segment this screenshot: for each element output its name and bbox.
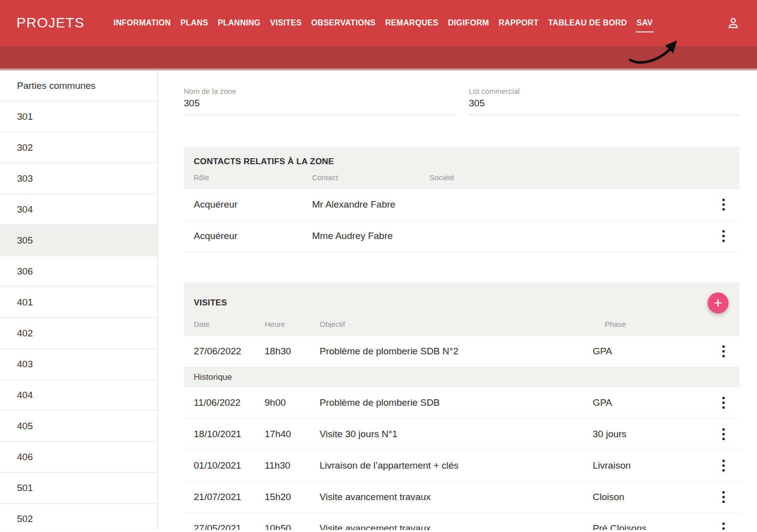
visit-row: 27/05/2021 10h50 Visite avancement trava… — [184, 513, 740, 530]
contact-name-cell: Mr Alexandre Fabre — [312, 199, 429, 210]
app-header: PROJETS INFORMATION PLANS PLANNING VISIT… — [0, 0, 757, 46]
contact-name-cell: Mme Audrey Fabre — [312, 231, 429, 242]
visit-phase-cell: Cloison — [593, 492, 718, 503]
sidebar-item-406[interactable]: 406 — [0, 442, 157, 473]
sidebar-item-306[interactable]: 306 — [0, 256, 157, 287]
nav-tab-information[interactable]: INFORMATION — [113, 18, 171, 27]
kebab-icon — [722, 198, 725, 211]
header-subbar — [0, 46, 757, 70]
visit-objectif-cell: Visite 30 jours N°1 — [320, 429, 593, 440]
nav-tab-plans[interactable]: PLANS — [180, 18, 208, 27]
visites-column-headers: Date Heure Objectif Phase — [194, 320, 730, 328]
visit-row-menu-button[interactable] — [718, 428, 730, 441]
sidebar-item-401[interactable]: 401 — [0, 287, 157, 318]
visit-heure-cell: 15h20 — [265, 492, 320, 503]
visit-row: 11/06/2022 9h00 Problème de plomberie SD… — [184, 387, 740, 419]
account-button[interactable] — [727, 16, 740, 30]
kebab-icon — [722, 345, 725, 358]
sidebar-item-403[interactable]: 403 — [0, 349, 157, 380]
sidebar-item-302[interactable]: 302 — [0, 132, 157, 163]
visit-date-cell: 27/05/2021 — [194, 523, 265, 530]
sidebar-item-303[interactable]: 303 — [0, 163, 157, 194]
visit-objectif-cell: Livraison de l’appartement + clés — [320, 460, 593, 471]
sidebar-item-404[interactable]: 404 — [0, 380, 157, 411]
contacts-column-headers: Rôle Contact Société — [194, 173, 730, 182]
sidebar-item-502[interactable]: 502 — [0, 504, 157, 532]
nav-tab-visites[interactable]: VISITES — [270, 18, 302, 27]
visit-row-menu-button[interactable] — [718, 459, 730, 472]
visit-objectif-cell: Problème de plomberie SDB — [320, 397, 593, 408]
contacts-title: CONTACTS RELATIFS À LA ZONE — [194, 157, 730, 167]
history-subheader: Historique — [184, 367, 740, 387]
visit-heure-cell: 11h30 — [265, 460, 320, 471]
visit-objectif-cell: Visite avancement travaux — [320, 523, 593, 530]
nav-tab-tableau-de-bord[interactable]: TABLEAU DE BORD — [548, 18, 627, 27]
visit-date-cell: 11/06/2022 — [194, 397, 265, 408]
visit-phase-cell: 30 jours — [593, 429, 718, 440]
nom-zone-field[interactable]: Nom de la zone 305 — [184, 87, 454, 115]
kebab-icon — [722, 428, 725, 441]
nav-tab-digiform[interactable]: DIGIFORM — [448, 18, 489, 27]
visit-row: 01/10/2021 11h30 Livraison de l’appartem… — [184, 450, 740, 482]
sidebar-item-304[interactable]: 304 — [0, 194, 157, 225]
visit-phase-cell: GPA — [593, 397, 718, 408]
visites-title: VISITES — [194, 298, 227, 308]
visit-heure-cell: 9h00 — [265, 397, 320, 408]
lot-commercial-value: 305 — [469, 98, 740, 109]
visit-objectif-cell: Visite avancement travaux — [320, 492, 593, 503]
zone-sidebar: Parties communes 301 302 303 304 305 306… — [0, 70, 158, 530]
column-contact: Contact — [312, 173, 429, 182]
contact-row-menu-button[interactable] — [718, 230, 730, 243]
sidebar-item-405[interactable]: 405 — [0, 411, 157, 442]
sidebar-item-402[interactable]: 402 — [0, 318, 157, 349]
kebab-icon — [722, 491, 725, 504]
add-visite-button[interactable]: + — [708, 292, 729, 313]
visit-date-cell: 01/10/2021 — [194, 460, 265, 471]
visites-header-top: VISITES + — [194, 292, 730, 313]
nom-zone-value: 305 — [184, 98, 454, 109]
sidebar-item-parties-communes[interactable]: Parties communes — [0, 70, 157, 101]
visit-date-cell: 27/06/2022 — [194, 346, 265, 357]
nav-tab-rapport[interactable]: RAPPORT — [498, 18, 538, 27]
visit-heure-cell: 18h30 — [265, 346, 320, 357]
visit-date-cell: 21/07/2021 — [194, 492, 265, 503]
nav-tab-sav[interactable]: SAV — [637, 18, 653, 27]
visit-objectif-cell: Problème de plomberie SDB N°2 — [320, 346, 593, 357]
kebab-icon — [722, 230, 725, 243]
nav-tab-observations[interactable]: OBSERVATIONS — [311, 18, 376, 27]
visit-row-menu-button[interactable] — [718, 345, 730, 358]
contact-role-cell: Acquéreur — [194, 231, 312, 242]
contacts-header: CONTACTS RELATIFS À LA ZONE Rôle Contact… — [184, 147, 740, 189]
column-objectif: Objectif — [320, 320, 605, 328]
contact-row-menu-button[interactable] — [718, 198, 730, 211]
kebab-icon — [722, 396, 725, 409]
visit-row-menu-button[interactable] — [718, 491, 730, 504]
visit-row: 21/07/2021 15h20 Visite avancement trava… — [184, 482, 740, 513]
sidebar-item-501[interactable]: 501 — [0, 473, 157, 504]
nav-tab-remarques[interactable]: REMARQUES — [385, 18, 438, 27]
person-icon — [727, 16, 740, 30]
visit-heure-cell: 10h50 — [265, 523, 320, 530]
visit-row: 18/10/2021 17h40 Visite 30 jours N°1 30 … — [184, 419, 740, 450]
column-date: Date — [194, 320, 265, 328]
visit-row: 27/06/2022 18h30 Problème de plomberie S… — [184, 336, 740, 367]
contact-row: Acquéreur Mr Alexandre Fabre — [184, 189, 740, 221]
contact-row: Acquéreur Mme Audrey Fabre — [184, 221, 740, 252]
app-body: Parties communes 301 302 303 304 305 306… — [0, 70, 757, 530]
main-content: Nom de la zone 305 Lot commercial 305 CO… — [158, 70, 757, 530]
visit-row-menu-button[interactable] — [718, 396, 730, 409]
nav-tab-planning[interactable]: PLANNING — [218, 18, 261, 27]
column-role: Rôle — [194, 173, 312, 182]
sidebar-item-301[interactable]: 301 — [0, 101, 157, 132]
nom-zone-label: Nom de la zone — [184, 87, 454, 95]
visit-phase-cell: GPA — [593, 346, 718, 357]
lot-commercial-field[interactable]: Lot commercial 305 — [469, 87, 740, 115]
visit-phase-cell: Pré Cloisons — [593, 523, 718, 530]
visit-phase-cell: Livraison — [593, 460, 718, 471]
sidebar-item-305[interactable]: 305 — [0, 225, 157, 256]
app-title: PROJETS — [16, 15, 84, 31]
visites-section: VISITES + Date Heure Objectif Phase 27/0… — [184, 282, 740, 530]
visit-date-cell: 18/10/2021 — [194, 429, 265, 440]
contact-role-cell: Acquéreur — [194, 199, 312, 210]
visit-row-menu-button[interactable] — [718, 522, 730, 530]
